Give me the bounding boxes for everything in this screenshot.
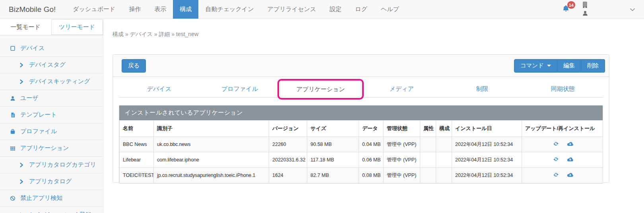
main-content: 構成 » デバイス » 詳細 » test_new 戻る コマンド 編集 削除 …	[103, 19, 644, 213]
detail-tab[interactable]: 同期状態	[522, 81, 603, 98]
command-dropdown-button[interactable]: コマンド	[514, 59, 557, 73]
panel-toolbar: 戻る コマンド 編集 削除	[113, 55, 609, 77]
navbar-dropdown-button[interactable]	[630, 6, 635, 13]
nav-item[interactable]: 操作	[122, 0, 147, 19]
nav-item[interactable]: 設定	[323, 0, 348, 19]
brand-logo[interactable]: BizMobile Go!	[0, 0, 66, 19]
detail-tab[interactable]: 制限	[442, 81, 523, 98]
nav-item[interactable]: ヘルプ	[374, 0, 406, 19]
cell-data: 0.04 MB	[359, 137, 384, 152]
cell-identifier: com.lifebear.iphone	[154, 152, 269, 168]
sidebar-item[interactable]: アプリケーション	[0, 140, 103, 157]
cell-installed: 2022年04月12日 10:52:34	[452, 168, 522, 183]
column-header: 管理状態	[384, 121, 420, 137]
cell-config	[436, 168, 452, 183]
delete-button[interactable]: 削除	[581, 59, 605, 73]
reinstall-app-button[interactable]	[567, 157, 574, 163]
panel-body: デバイスプロファイルアプリケーションメディア制限同期状態 インストールされている…	[113, 77, 609, 190]
column-header: 属性	[420, 121, 436, 137]
tab-tree-mode[interactable]: ツリーモード	[51, 19, 103, 35]
notifications-button[interactable]: 14	[562, 5, 570, 14]
sidebar-item[interactable]: ユーザ	[0, 90, 103, 107]
sidebar-item-label: 禁止アプリ検知	[20, 194, 62, 202]
column-header: 構成	[436, 121, 452, 137]
cell-config	[436, 137, 452, 152]
tab-list-mode[interactable]: 一覧モード	[0, 19, 51, 35]
refresh-icon	[553, 172, 559, 179]
cloud-download-icon	[567, 141, 574, 148]
main-menu: ダッシュボード操作表示構成自動チェックインアプリライセンス設定ログヘルプ	[66, 0, 406, 19]
update-app-button[interactable]	[553, 172, 559, 179]
edit-button[interactable]: 編集	[557, 59, 581, 73]
nav-item[interactable]: ログ	[348, 0, 374, 19]
detail-tab[interactable]: プロファイル	[200, 81, 280, 98]
sidebar-item-label: テンプレート	[20, 111, 57, 119]
nav-item[interactable]: 構成	[173, 0, 198, 19]
top-navbar: BizMobile Go! ダッシュボード操作表示構成自動チェックインアプリライ…	[0, 0, 644, 19]
table-row: Lifebearcom.lifebear.iphone20220331.6.32…	[120, 152, 603, 168]
detail-tab[interactable]: メディア	[361, 81, 442, 98]
chevron-right-icon	[17, 62, 25, 68]
cell-attr	[420, 152, 436, 168]
sidebar-item-label: Android zero-touch登録	[29, 211, 91, 213]
sidebar-item-label: デバイスキッティング	[29, 78, 90, 85]
cell-installed: 2022年04月12日 10:52:34	[452, 137, 522, 152]
sidebar-item[interactable]: デバイス	[0, 40, 103, 57]
device-icon	[9, 46, 17, 51]
sidebar-item[interactable]: デバイスキッティング	[0, 73, 103, 90]
sidebar-item[interactable]: アプリカタログ	[0, 173, 103, 190]
breadcrumb[interactable]: 構成 » デバイス » 詳細 » test_new	[113, 31, 198, 38]
organization-user-button[interactable]	[582, 2, 588, 17]
cell-version: 1624	[269, 168, 307, 183]
update-app-button[interactable]	[553, 156, 559, 163]
sidebar-item[interactable]: Android zero-touch登録	[0, 207, 103, 213]
reinstall-app-button[interactable]	[567, 141, 574, 148]
sidebar-item[interactable]: プロファイル	[0, 123, 103, 140]
sidebar-item[interactable]: アプリカタログカテゴリ	[0, 157, 103, 173]
device-detail-panel: 戻る コマンド 編集 削除 デバイスプロファイルアプリケーションメディア制限同期…	[113, 54, 609, 183]
cell-actions	[522, 152, 603, 168]
sidebar-item-label: アプリカタログカテゴリ	[29, 161, 96, 169]
sidebar-mode-tabs: 一覧モードツリーモード	[0, 19, 103, 35]
table-row: TOEIC®TESTjp.co.recruit.studysapuriengli…	[120, 168, 603, 183]
cell-name: Lifebear	[120, 152, 154, 168]
detail-tab-label: デバイス	[147, 85, 171, 93]
detail-tab-label: 同期状態	[551, 85, 575, 93]
action-button-group: コマンド 編集 削除	[514, 59, 605, 73]
detail-tab[interactable]: アプリケーション	[280, 81, 361, 98]
nav-item[interactable]: 表示	[147, 0, 173, 19]
chevron-right-icon	[17, 162, 25, 168]
ban-icon	[9, 196, 17, 201]
installed-apps-table: 名前識別子バージョンサイズデータ管理状態属性構成インストール日アップデート/再イ…	[119, 120, 603, 183]
update-app-button[interactable]	[553, 141, 559, 148]
back-button[interactable]: 戻る	[122, 59, 146, 73]
detail-tab-label: アプリケーション	[296, 86, 345, 93]
reinstall-app-button[interactable]	[567, 172, 574, 179]
sidebar-item[interactable]: デバイスタグ	[0, 57, 103, 73]
column-header: 名前	[120, 121, 154, 137]
sidebar-item-label: プロファイル	[20, 128, 57, 135]
cell-data: 0.08 MB	[359, 168, 384, 183]
detail-tab[interactable]: デバイス	[119, 81, 200, 98]
cell-size: 90.58 MB	[307, 137, 359, 152]
refresh-icon	[553, 156, 559, 163]
notification-badge: 14	[567, 1, 575, 9]
cloud-download-icon	[567, 157, 574, 163]
cell-identifier: uk.co.bbc.news	[154, 137, 269, 152]
cell-identifier: jp.co.recruit.studysapurienglish.toeic.i…	[154, 168, 269, 183]
building-icon	[582, 2, 588, 10]
sidebar-item-label: アプリカタログ	[29, 178, 72, 185]
cell-status: 管理中 (VPP)	[384, 137, 420, 152]
column-header: データ	[359, 121, 384, 137]
nav-item[interactable]: 自動チェックイン	[198, 0, 260, 19]
nav-item[interactable]: アプリライセンス	[261, 0, 323, 19]
nav-item[interactable]: ダッシュボード	[66, 0, 122, 19]
sidebar-item[interactable]: テンプレート	[0, 107, 103, 123]
column-header: インストール日	[452, 121, 522, 137]
cell-config	[436, 152, 452, 168]
column-header: サイズ	[307, 121, 359, 137]
sidebar-item[interactable]: 禁止アプリ検知	[0, 190, 103, 207]
sidebar-item-label: ユーザ	[20, 94, 39, 102]
cell-version: 20220331.6.32	[269, 152, 307, 168]
column-header: 識別子	[154, 121, 269, 137]
